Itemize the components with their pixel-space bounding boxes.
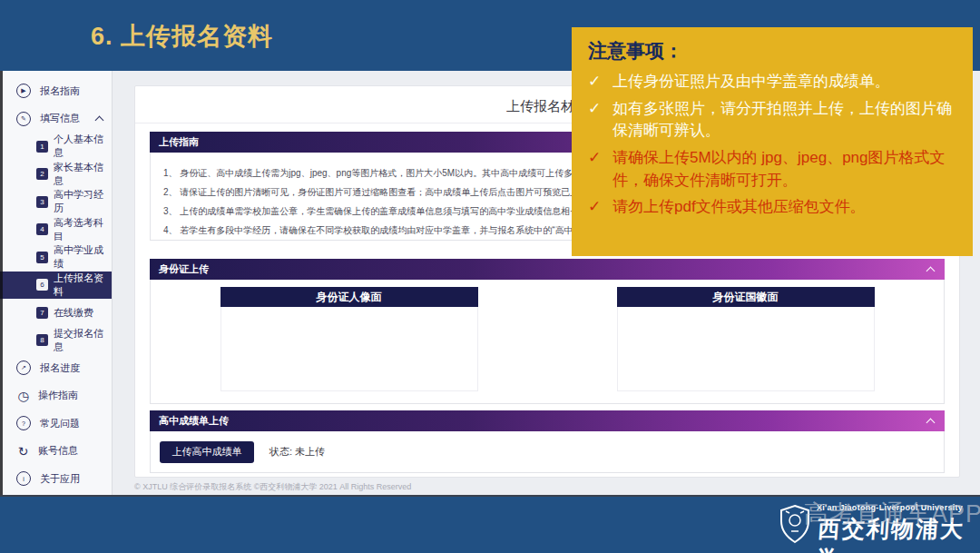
sidebar-item-label: 提交报名信息: [54, 327, 112, 354]
sidebar-item-fill-info[interactable]: ✎ 填写信息: [0, 105, 112, 133]
notice-item-text: 请确保上传5M以内的 jpg、jpeg、png图片格式文件，确保文件清晰可打开。: [612, 147, 956, 192]
notice-item: ✓ 如有多张照片，请分开拍照并上传，上传的图片确保清晰可辨认。: [588, 98, 956, 143]
sidebar-item-label: 上传报名资料: [54, 272, 112, 299]
sidebar-step-submit-application[interactable]: 8 提交报名信息: [0, 327, 112, 355]
id-front-header: 身份证人像面: [220, 287, 478, 307]
chevron-up-icon: [926, 267, 936, 276]
notice-item: ✓ 请确保上传5M以内的 jpg、jpeg、png图片格式文件，确保文件清晰可打…: [588, 147, 956, 192]
step-number-badge: 3: [36, 196, 48, 208]
transcript-status-text: 状态: 未上传: [270, 445, 325, 459]
sidebar: ▶ 报名指南 ✎ 填写信息 1 个人基本信息 2 家长基本信息 3 高中学习经历…: [0, 71, 113, 495]
check-icon: ✓: [588, 98, 603, 143]
sidebar-item-label: 报名进度: [40, 361, 80, 375]
step-number-badge: 6: [36, 279, 48, 291]
sidebar-item-label: 填写信息: [40, 112, 80, 125]
sidebar-item-label: 高中学业成绩: [54, 243, 112, 271]
check-icon: ✓: [588, 147, 603, 192]
sidebar-item-label: 高中学习经历: [54, 188, 112, 215]
slide-title: 6. 上传报名资料: [91, 20, 273, 53]
sidebar-item-label: 报名指南: [40, 84, 80, 98]
id-back-upload-area[interactable]: [617, 307, 875, 391]
step-number-badge: 8: [36, 334, 48, 346]
left-shadow-edge: [0, 71, 3, 495]
id-back-header: 身份证国徽面: [617, 287, 875, 307]
sidebar-step-upload-materials[interactable]: 6 上传报名资料: [0, 272, 112, 300]
sidebar-item-label: 关于应用: [40, 472, 80, 486]
sidebar-step-parent-info[interactable]: 2 家长基本信息: [0, 161, 112, 189]
notice-item: ✓ 上传身份证照片及由中学盖章的成绩单。: [588, 71, 956, 94]
step-number-badge: 2: [36, 168, 48, 180]
upload-transcript-button[interactable]: 上传高中成绩单: [160, 441, 254, 463]
notice-item: ✓ 请勿上传pdf文件或其他压缩包文件。: [588, 196, 956, 219]
copyright-text: © XJTLU 综合评价录取报名系统 ©西交利物浦大学 2021 All Rig…: [134, 481, 411, 493]
notice-title: 注意事项：: [588, 38, 956, 64]
section-header-label: 上传指南: [159, 136, 199, 147]
watermark-text: 高考直通车APP: [804, 498, 980, 530]
sidebar-item-label: 高考选考科目: [54, 216, 112, 243]
slide: 6. 上传报名资料 ▶ 报名指南 ✎ 填写信息 1 个人基本信息 2 家长基本信…: [0, 0, 980, 553]
id-upload-section-header[interactable]: 身份证上传: [150, 259, 945, 280]
sidebar-item-signup-guide[interactable]: ▶ 报名指南: [0, 77, 112, 105]
info-circle-icon: i: [16, 471, 31, 486]
notice-box: 注意事项： ✓ 上传身份证照片及由中学盖章的成绩单。 ✓ 如有多张照片，请分开拍…: [572, 27, 973, 256]
sidebar-item-label: 常见问题: [40, 417, 80, 430]
play-circle-icon: ▶: [16, 84, 31, 98]
sidebar-item-label: 操作指南: [38, 389, 78, 402]
transcript-section-header[interactable]: 高中成绩单上传: [150, 410, 945, 431]
question-circle-icon: ?: [16, 416, 31, 430]
sidebar-item-label: 在线缴费: [54, 306, 93, 320]
sidebar-item-about[interactable]: i 关于应用: [0, 465, 112, 493]
progress-gauge-icon: ↗: [16, 360, 31, 375]
account-refresh-icon: ↻: [16, 444, 30, 458]
sidebar-item-label: 家长基本信息: [54, 161, 112, 188]
check-icon: ✓: [588, 196, 603, 219]
sidebar-item-account-info[interactable]: ↻ 账号信息: [0, 438, 112, 466]
edit-circle-icon: ✎: [16, 112, 31, 126]
notice-item-text: 如有多张照片，请分开拍照并上传，上传的图片确保清晰可辨认。: [612, 98, 956, 143]
chevron-up-icon: [95, 115, 104, 124]
sidebar-step-highschool-grades[interactable]: 5 高中学业成绩: [0, 243, 112, 272]
notice-item-text: 请勿上传pdf文件或其他压缩包文件。: [612, 196, 866, 219]
notice-item-text: 上传身份证照片及由中学盖章的成绩单。: [612, 71, 890, 94]
footer-bar: Xi'an Jiaotong-Liverpool University 西交利物…: [0, 495, 980, 553]
transcript-panel: 上传高中成绩单 状态: 未上传: [150, 431, 945, 473]
sidebar-item-progress[interactable]: ↗ 报名进度: [0, 354, 112, 382]
id-front-upload-area[interactable]: [220, 307, 478, 391]
step-number-badge: 5: [36, 252, 48, 263]
sidebar-step-highschool-history[interactable]: 3 高中学习经历: [0, 188, 112, 216]
step-number-badge: 7: [36, 307, 48, 319]
chevron-up-icon: [926, 419, 936, 428]
sidebar-step-gaokao-subjects[interactable]: 4 高考选考科目: [0, 216, 112, 244]
sidebar-item-faq[interactable]: ? 常见问题: [0, 410, 112, 438]
id-back-column: 身份证国徽面: [617, 287, 875, 403]
sidebar-item-label: 账号信息: [38, 444, 78, 458]
sidebar-step-online-payment[interactable]: 7 在线缴费: [0, 299, 112, 327]
id-upload-panel: 身份证人像面 身份证国徽面: [150, 280, 945, 404]
step-number-badge: 4: [36, 223, 48, 235]
clock-icon: ◷: [16, 389, 30, 402]
sidebar-item-label: 个人基本信息: [54, 133, 112, 160]
check-icon: ✓: [588, 71, 603, 94]
step-number-badge: 1: [36, 141, 48, 153]
sidebar-item-operation-guide[interactable]: ◷ 操作指南: [0, 382, 112, 410]
section-header-label: 身份证上传: [159, 263, 209, 274]
section-header-label: 高中成绩单上传: [159, 415, 229, 426]
id-front-column: 身份证人像面: [220, 287, 478, 403]
sidebar-step-personal-info[interactable]: 1 个人基本信息: [0, 133, 112, 161]
